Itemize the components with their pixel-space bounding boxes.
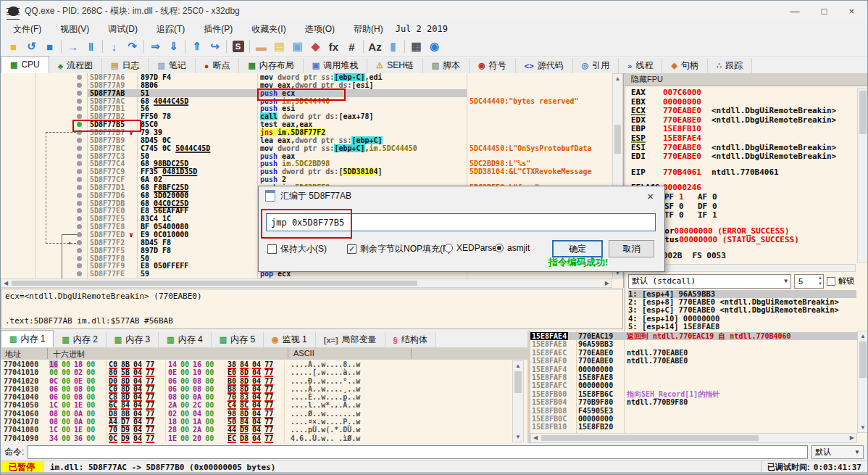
disasm-row[interactable]: 5D8F77CF6A 02push 2 <box>1 175 612 183</box>
menu-item[interactable]: 选项(O) <box>296 21 344 38</box>
attach-icon[interactable]: ↪ <box>206 38 224 54</box>
stack-row[interactable]: 15E8FAE4770EAC19返回到 ntdll.770EAC19 自 ntd… <box>530 332 857 340</box>
tab-trace[interactable]: ∴跟踪 <box>708 58 752 73</box>
breakpoint-dot[interactable] <box>77 161 82 166</box>
command-profile-select[interactable]: 默认 ▼ <box>811 445 864 459</box>
stack-row[interactable]: 15E8FAFC00000000 <box>530 381 857 389</box>
tab-symbols[interactable]: ◉符号 <box>470 58 516 73</box>
memory-row[interactable]: 7704103006000800C08D047706000800B88D0477… <box>1 385 527 393</box>
tab-handles[interactable]: ◆句柄 <box>662 58 707 73</box>
breakpoint-dot[interactable] <box>77 177 82 182</box>
nop-fill-checkbox[interactable]: ✓ <box>347 244 356 254</box>
menu-item[interactable]: 文件(F) <box>4 21 51 38</box>
tab-notes[interactable]: ▥笔记 <box>149 58 195 73</box>
breakpoint-dot[interactable] <box>77 240 82 245</box>
stack-row[interactable]: 15E8FAEC770EABE0ntdll.770EABE0 <box>530 349 857 357</box>
keep-size-option[interactable]: 保持大小(S) <box>267 243 327 255</box>
column-header-hex[interactable]: 十六进制 <box>53 349 85 360</box>
xedparse-option[interactable]: XEDParse <box>444 243 497 253</box>
tab-source[interactable]: <>源代码 <box>516 58 573 73</box>
scroll-down-arrow-icon[interactable]: ▼ <box>858 423 868 432</box>
run-until-icon[interactable]: ⇒ <box>146 38 164 54</box>
disasm-row[interactable]: 5D8F77C468 98BDC25Dpush im.5DC2BD985DC2B… <box>1 160 612 168</box>
breakpoint-dot[interactable] <box>77 248 82 253</box>
stack-row[interactable]: 15E8FB08F45905E3 <box>530 407 857 415</box>
argument-count-stepper[interactable]: 5 ▲▼ <box>794 274 824 289</box>
remote-icon[interactable]: ▮ <box>384 38 402 54</box>
menu-item[interactable]: 收藏夹(I) <box>242 21 295 38</box>
tab-dump-3[interactable]: ▥内存 3 <box>107 332 159 347</box>
hide-fpu-button[interactable]: 隐藏FPU <box>625 73 868 86</box>
tab-memory-map[interactable]: ▦内存布局 <box>239 58 303 73</box>
comment-icon[interactable]: ▤ <box>270 38 288 54</box>
asmjit-option[interactable]: asmjit <box>495 243 530 253</box>
pause-icon[interactable]: ‖ <box>82 38 100 54</box>
dialog-close-icon[interactable]: × <box>643 190 658 202</box>
breakpoint-dot[interactable] <box>77 216 82 221</box>
memory-row[interactable]: 7704100016001800C08B04771400160038840477… <box>1 360 527 368</box>
scroll-left-arrow-icon[interactable]: ◀ <box>533 434 538 441</box>
registers-vertical-scrollbar[interactable] <box>857 88 868 263</box>
patches-icon[interactable]: S <box>229 38 247 54</box>
calculator-icon[interactable]: ▦ <box>407 38 425 54</box>
tab-cpu[interactable]: ▦CPU <box>1 56 49 73</box>
disasm-row[interactable]: 5D8F77B156push esi <box>1 104 612 112</box>
register-row[interactable]: EDI770EABE0<ntdll.DbgUiRemoteBreakin> <box>631 152 856 162</box>
stack-horizontal-scrollbar[interactable]: ◀ ▶ <box>530 433 857 443</box>
globe-icon[interactable]: ◉ <box>425 38 443 54</box>
tab-seh[interactable]: ⚠SEH链 <box>367 58 423 73</box>
scroll-thumb[interactable] <box>12 281 417 286</box>
step-into-icon[interactable]: ↓ <box>105 38 123 54</box>
cancel-button[interactable]: 取消 <box>609 240 654 257</box>
menu-item[interactable]: 视图(V) <box>51 21 99 38</box>
open-file-icon[interactable]: ■ <box>4 38 22 54</box>
breakpoint-dot[interactable] <box>77 232 82 237</box>
register-row[interactable]: EIP770B4061ntdll.770B4061 <box>631 168 856 178</box>
memory-row[interactable]: 7704101000000200805B04770E001000E08D0477… <box>1 368 527 376</box>
minimize-button[interactable]: — <box>790 6 800 17</box>
scroll-thumb[interactable] <box>859 342 867 378</box>
menu-item[interactable]: 调试(D) <box>99 21 147 38</box>
maximize-button[interactable]: □ <box>822 6 827 17</box>
memory-row[interactable]: 7704104006000800C88D047708000A0070830477… <box>1 393 527 401</box>
tab-log[interactable]: ▤日志 <box>102 58 149 73</box>
breakpoint-dot[interactable] <box>77 106 82 111</box>
patch-bytes-icon[interactable]: ▬ <box>252 38 270 54</box>
breakpoint-dot[interactable] <box>77 146 82 151</box>
font-icon[interactable]: Az <box>366 38 384 54</box>
stack-row[interactable]: 15E8FAE896A59BB3 <box>530 340 857 348</box>
breakpoint-dot[interactable] <box>77 271 82 276</box>
memory-row[interactable]: 7704107008000A00A4D7047718001A0050840477… <box>1 418 527 426</box>
stack-row[interactable]: 15E8FB04770B9F80ntdll.770B9F80 <box>530 398 857 406</box>
memory-row[interactable]: 770410200C000E00D08D047706000800B08D0477… <box>1 377 527 385</box>
memory-row[interactable]: 770410801C001E0070D9047728002A0044D90477… <box>1 426 527 434</box>
breakpoint-dot[interactable] <box>77 193 82 198</box>
scroll-thumb[interactable] <box>514 371 522 393</box>
tab-call-stack[interactable]: ▣调用堆栈 <box>304 58 367 73</box>
hash-icon[interactable]: # <box>343 38 361 54</box>
bookmark-icon[interactable]: ◆ <box>306 38 325 54</box>
breakpoint-dot[interactable] <box>77 169 82 174</box>
scroll-left-arrow-icon[interactable]: ◀ <box>4 280 8 286</box>
tab-graph[interactable]: ♣流程图 <box>49 58 102 73</box>
step-over-icon[interactable]: ↷ <box>123 38 141 54</box>
scroll-down-arrow-icon[interactable]: ▼ <box>513 432 523 442</box>
breakpoint-dot[interactable] <box>77 256 82 261</box>
scroll-up-arrow-icon[interactable]: ▲ <box>858 331 868 341</box>
execute-till-return-icon[interactable]: ⇑ <box>188 38 206 54</box>
disasm-horizontal-scrollbar[interactable]: ◀ ▶ <box>1 278 612 288</box>
scroll-right-arrow-icon[interactable]: ▶ <box>850 434 854 441</box>
breakpoint-dot[interactable] <box>77 208 82 213</box>
stop-icon[interactable]: ■ <box>41 38 59 54</box>
label-icon[interactable]: ▣ <box>288 38 306 54</box>
menu-item[interactable]: 追踪(T) <box>147 21 194 38</box>
stack-row[interactable]: 15E8FB0C00000000 <box>530 415 857 423</box>
scroll-thumb[interactable] <box>614 125 621 154</box>
disasm-row[interactable]: 5D8F77B98D45 0Clea eax,dword ptr ss:[ebp… <box>1 136 612 144</box>
command-input[interactable] <box>28 445 808 459</box>
breakpoint-dot[interactable] <box>77 138 82 143</box>
disasm-row[interactable]: 5D8F77BCC745 0C 5044C45Dmov dword ptr ss… <box>1 144 612 152</box>
scroll-up-arrow-icon[interactable]: ▲ <box>513 361 523 371</box>
xedparse-radio[interactable] <box>444 244 453 252</box>
breakpoint-dot[interactable] <box>77 185 82 190</box>
